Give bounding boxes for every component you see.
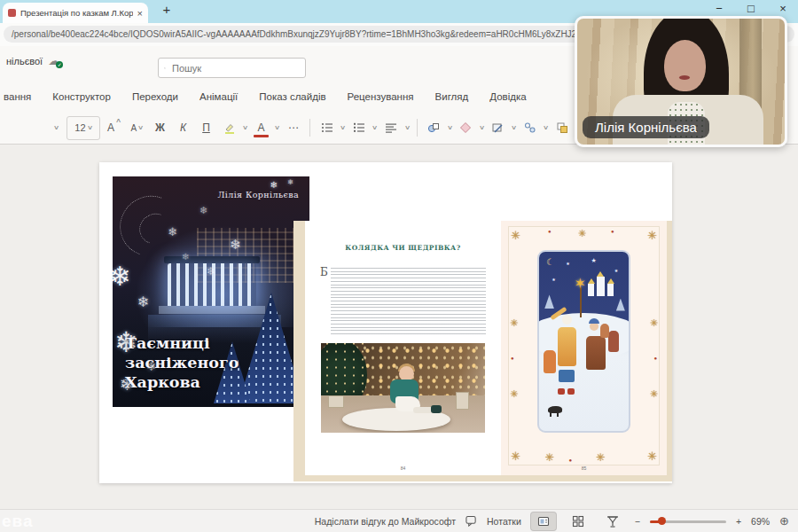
- shape-fill-icon: [459, 121, 472, 134]
- arrange-button[interactable]: [552, 117, 571, 139]
- chevron-down-icon[interactable]: ∨: [274, 124, 280, 131]
- snowflake-icon: ❄: [113, 261, 131, 292]
- search-box[interactable]: [158, 58, 306, 78]
- font-name-dropdown[interactable]: ∨: [4, 117, 62, 139]
- ribbon-tab-design[interactable]: Конструктор: [52, 91, 111, 102]
- rosette-icon: ✳: [511, 229, 520, 242]
- slide-workspace[interactable]: ❄ ❄ ❄ ❄ ❄ ❄ ❄ ❄ ❄ ❄ ❄ ❄ Лілія Корнільєва…: [0, 145, 798, 509]
- search-input[interactable]: [170, 62, 300, 74]
- star-icon: ★: [552, 277, 555, 282]
- chevron-down-icon[interactable]: ∨: [479, 124, 485, 131]
- chevron-down-icon[interactable]: ∨: [447, 124, 453, 131]
- slide-sorter-view-button[interactable]: [566, 512, 591, 530]
- browser-tab[interactable]: Презентація по казкам Л.Кор… ×: [3, 3, 148, 23]
- bullet-list-button[interactable]: [317, 117, 336, 139]
- rosette-icon: ✳: [647, 229, 657, 242]
- zoom-slider-handle[interactable]: [658, 517, 666, 525]
- carolers-illustration: ☾ ★ ★ ★ ★: [537, 250, 630, 433]
- goat-figure-pants: [559, 370, 575, 382]
- shape-fill-button[interactable]: [457, 117, 475, 139]
- book-cover-image[interactable]: ❄ ❄ ❄ ❄ ❄ ❄ ❄ ❄ ❄ ❄ ❄ ❄ Лілія Корнільєва…: [113, 176, 309, 407]
- shrink-font-button[interactable]: A∨: [128, 117, 146, 139]
- grow-font-button[interactable]: A∧: [105, 117, 123, 139]
- ribbon-tab-help[interactable]: Довідка: [489, 91, 526, 102]
- chevron-down-icon[interactable]: ∨: [340, 124, 346, 131]
- font-size-dropdown[interactable]: 12∨: [66, 116, 100, 140]
- ribbon-tab-animations[interactable]: Анімації: [200, 91, 238, 102]
- arrow-up-icon: ∧: [115, 117, 121, 124]
- check-icon: ✓: [56, 61, 63, 68]
- ribbon-tab-transitions[interactable]: Переходи: [132, 91, 178, 102]
- ribbon-tabs: вання Конструктор Переходи Анімації Пока…: [4, 91, 527, 102]
- photo-child-shoe: [431, 405, 442, 413]
- webcam-video-tile[interactable]: Лілія Корнільєва: [575, 16, 787, 147]
- star-icon: ★: [614, 268, 618, 273]
- zoom-out-button[interactable]: −: [635, 516, 640, 527]
- new-tab-button[interactable]: +: [158, 2, 176, 17]
- window-minimize-button[interactable]: −: [709, 2, 729, 15]
- book-page-left: КОЛЯДКА ЧИ ЩЕДРІВКА? Б: [305, 221, 501, 475]
- goat-mask-head: [562, 315, 572, 325]
- chevron-down-icon: ∨: [53, 124, 59, 131]
- highlighter-icon: [223, 121, 236, 134]
- fit-slide-to-window-button[interactable]: ⊕: [779, 514, 789, 528]
- tab-close-icon[interactable]: ×: [137, 8, 143, 19]
- ribbon-tab-view[interactable]: Вигляд: [435, 91, 469, 102]
- caroler-hat: [589, 318, 599, 324]
- notes-toggle[interactable]: Нотатки: [487, 516, 521, 527]
- italic-button[interactable]: К: [174, 117, 192, 139]
- slide-canvas[interactable]: ❄ ❄ ❄ ❄ ❄ ❄ ❄ ❄ ❄ ❄ ❄ ❄ Лілія Корнільєва…: [99, 162, 672, 483]
- arrow-down-icon: ∨: [137, 124, 144, 131]
- chevron-down-icon[interactable]: ∨: [403, 124, 410, 131]
- body-text-lines: [331, 268, 486, 337]
- normal-view-icon: [537, 515, 550, 528]
- normal-view-button[interactable]: [531, 512, 556, 530]
- name-watermark: ева: [2, 512, 34, 531]
- goat-animal: [548, 406, 562, 413]
- rosette-icon: ✳: [596, 451, 605, 464]
- rosette-icon: ✳: [578, 228, 586, 239]
- chevron-down-icon[interactable]: ∨: [511, 124, 517, 131]
- photo-gift-box: [456, 392, 469, 410]
- chevron-down-icon[interactable]: ∨: [543, 124, 549, 131]
- snowflake-icon: ❄: [270, 180, 278, 190]
- window-close-button[interactable]: ×: [773, 2, 793, 15]
- webcam-person-face: [664, 40, 706, 91]
- rosette-icon: ✳: [650, 317, 658, 329]
- chevron-down-icon[interactable]: ∨: [242, 124, 248, 131]
- window-restore-button[interactable]: □: [741, 2, 761, 15]
- berry-dot-icon: ●: [511, 356, 514, 361]
- numbered-list-button[interactable]: [349, 117, 368, 139]
- shape-outline-button[interactable]: [489, 117, 507, 139]
- cover-building-base: [159, 306, 265, 314]
- arrange-icon: [556, 121, 568, 134]
- snowflake-icon: ❄: [182, 252, 189, 262]
- berry-dot-icon: ●: [653, 356, 657, 361]
- window-controls: − □ ×: [709, 2, 793, 15]
- shapes-button[interactable]: [425, 117, 443, 139]
- chevron-down-icon[interactable]: ∨: [372, 124, 378, 131]
- zoom-in-button[interactable]: +: [736, 516, 741, 527]
- ribbon-tab-slideshow[interactable]: Показ слайдів: [259, 91, 325, 102]
- font-color-button[interactable]: А: [252, 117, 270, 139]
- zoom-level[interactable]: 69%: [751, 516, 770, 527]
- align-button[interactable]: [382, 117, 401, 139]
- underline-button[interactable]: П: [197, 117, 215, 139]
- snowflake-icon: ❄: [200, 205, 207, 216]
- berry-dot-icon: ●: [569, 458, 573, 463]
- slideshow-view-button[interactable]: [600, 512, 625, 530]
- bold-button[interactable]: Ж: [151, 117, 169, 139]
- status-bar: ева Надіслати відгук до Майкрософт Нотат…: [0, 509, 798, 532]
- shape-effects-button[interactable]: [520, 117, 539, 139]
- cover-building-roof: [164, 256, 260, 263]
- feedback-link[interactable]: Надіслати відгук до Майкрософт: [315, 516, 456, 527]
- rosette-icon: ✳: [545, 451, 554, 464]
- book-spread-image[interactable]: КОЛЯДКА ЧИ ЩЕДРІВКА? Б: [293, 221, 672, 481]
- winter-tree: [616, 299, 625, 311]
- more-options-button[interactable]: ⋯: [284, 117, 302, 139]
- highlight-button[interactable]: [220, 117, 239, 139]
- zoom-slider[interactable]: [650, 517, 726, 526]
- ribbon-tab-drawing-partial[interactable]: вання: [4, 91, 31, 102]
- ribbon-tab-review[interactable]: Рецензування: [348, 91, 414, 102]
- shape-effects-icon: [524, 121, 536, 134]
